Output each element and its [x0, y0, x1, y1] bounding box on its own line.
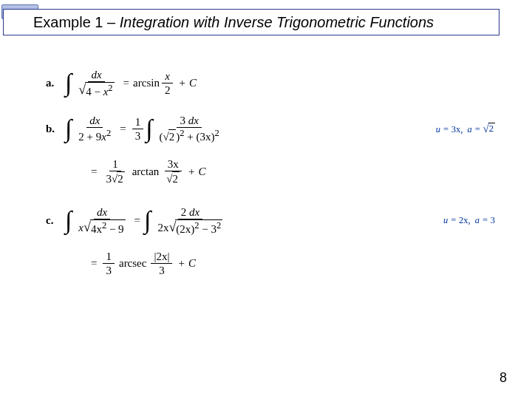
title-italic: Integration with Inverse Trigonometric F… [120, 14, 434, 30]
label-a: a. [46, 77, 65, 89]
equation-a: a. ∫ dx √4 − x2 = arcsin x 2 + C [46, 66, 495, 99]
eq-c-rhs2: 1 3 arcsec |2x| 3 + C [100, 250, 195, 277]
eq-a-rhs: arcsin x 2 + C [133, 69, 197, 97]
eq-a-lhs: ∫ dx √4 − x2 [65, 68, 120, 98]
page-title: Example 1 – Integration with Inverse Tri… [33, 14, 434, 31]
eq-c-rhs1: ∫ 2 dx 2x√(2x)2 − 32 [144, 205, 228, 236]
equation-c-line1: c. ∫ dx x√4x2 − 9 = ∫ 2 dx 2x√(2x)2 − 32… [46, 204, 495, 236]
label-b: b. [46, 123, 65, 135]
integral-icon: ∫ [146, 118, 152, 138]
label-c: c. [46, 214, 65, 227]
note-c: u = 2x, a = 3 [421, 215, 495, 226]
note-b: u = 3x, a = √2 [414, 123, 495, 135]
title-box: Example 1 – Integration with Inverse Tri… [3, 9, 499, 35]
title-prefix: Example 1 – [33, 14, 120, 30]
integral-icon: ∫ [65, 210, 72, 230]
equation-b-line1: b. ∫ dx 2 + 9x2 = 1 3 ∫ 3 dx (√2)2 + (3x… [46, 112, 495, 145]
title-bar: Example 1 – Integration with Inverse Tri… [0, 4, 532, 38]
equation-b-line2: = 1 3√2 arctan 3x √2 + C [87, 155, 495, 188]
content-area: a. ∫ dx √4 − x2 = arcsin x 2 + C b. ∫ [46, 66, 495, 290]
eq-c-lhs: ∫ dx x√4x2 − 9 [65, 205, 131, 236]
integral-icon: ∫ [144, 210, 151, 230]
eq-b-lhs: ∫ dx 2 + 9x2 [65, 114, 116, 143]
eq-b-rhs2: 1 3√2 arctan 3x √2 + C [100, 157, 205, 185]
equation-c-line2: = 1 3 arcsec |2x| 3 + C [87, 247, 495, 279]
integral-icon: ∫ [65, 72, 72, 92]
integral-icon: ∫ [65, 118, 72, 138]
page-number: 8 [499, 370, 507, 386]
eq-b-rhs1: 1 3 ∫ 3 dx (√2)2 + (3x)2 [130, 114, 225, 144]
